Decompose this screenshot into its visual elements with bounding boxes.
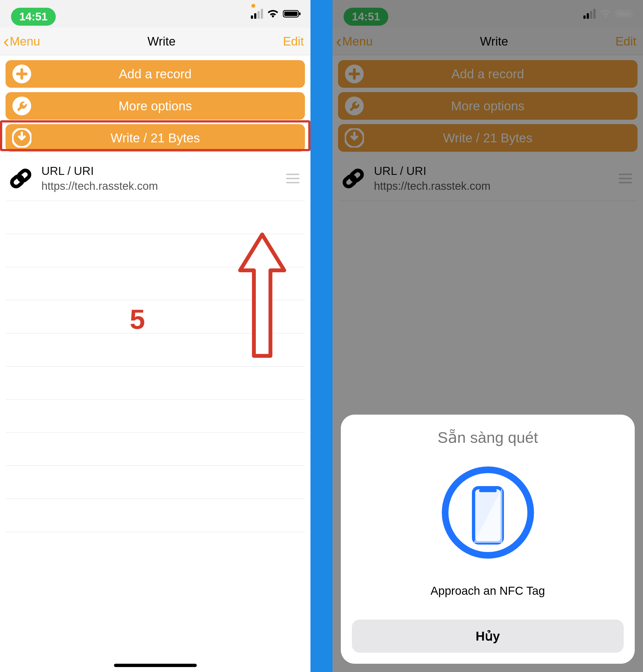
record-row[interactable]: URL / URI https://tech.rasstek.com [5, 156, 305, 201]
svg-rect-9 [17, 169, 31, 182]
status-time: 14:51 [11, 8, 56, 26]
nfc-scan-sheet: Sẵn sàng quét Approach an NFC Tag Hủy [341, 415, 635, 664]
nav-bar: ‹ Menu Write Edit [0, 28, 311, 55]
svg-rect-22 [479, 489, 497, 492]
add-record-button[interactable]: Add a record [5, 60, 305, 88]
nfc-sheet-subtitle: Approach an NFC Tag [430, 584, 545, 598]
nfc-sheet-title: Sẵn sàng quét [437, 428, 538, 447]
list-item [5, 367, 305, 400]
content-area: Add a record More options Write / 21 Byt… [0, 55, 311, 672]
recording-dot-icon [251, 4, 255, 8]
record-url: https://tech.rasstek.com [41, 180, 158, 192]
plus-circle-icon [12, 64, 32, 84]
drag-handle-icon[interactable] [286, 173, 300, 183]
chevron-left-icon: ‹ [3, 36, 10, 46]
phone-left: 14:51 ‹ Menu Write Edit [0, 0, 311, 672]
phone-right: 14:51 ‹ Menu Write Edit [332, 0, 643, 672]
nfc-cancel-button[interactable]: Hủy [352, 620, 624, 653]
more-options-label: More options [119, 98, 192, 113]
svg-rect-1 [284, 12, 298, 16]
status-icons [251, 9, 301, 19]
wrench-circle-icon [12, 96, 32, 115]
list-item [5, 433, 305, 466]
svg-rect-2 [299, 12, 301, 15]
list-item [5, 201, 305, 234]
back-label: Menu [10, 35, 40, 48]
download-circle-icon [12, 128, 32, 148]
list-item [5, 499, 305, 532]
record-title: URL / URI [41, 164, 158, 178]
edit-button[interactable]: Edit [283, 35, 304, 48]
battery-icon [283, 9, 301, 18]
link-icon [8, 166, 33, 191]
cellular-icon [251, 9, 263, 19]
annotation-step-number: 5 [130, 304, 145, 335]
list-item [5, 466, 305, 499]
add-record-label: Add a record [119, 66, 192, 81]
svg-rect-5 [16, 73, 28, 75]
status-bar: 14:51 [0, 0, 311, 28]
write-bytes-button[interactable]: Write / 21 Bytes [5, 124, 305, 152]
home-indicator[interactable] [114, 664, 197, 667]
write-bytes-label: Write / 21 Bytes [111, 131, 200, 145]
more-options-button[interactable]: More options [5, 92, 305, 120]
annotation-arrow-icon [237, 232, 287, 360]
back-button[interactable]: ‹ Menu [3, 35, 40, 48]
wifi-icon [267, 9, 279, 19]
nfc-phone-icon [441, 466, 535, 560]
page-title: Write [147, 35, 175, 48]
list-item [5, 400, 305, 433]
